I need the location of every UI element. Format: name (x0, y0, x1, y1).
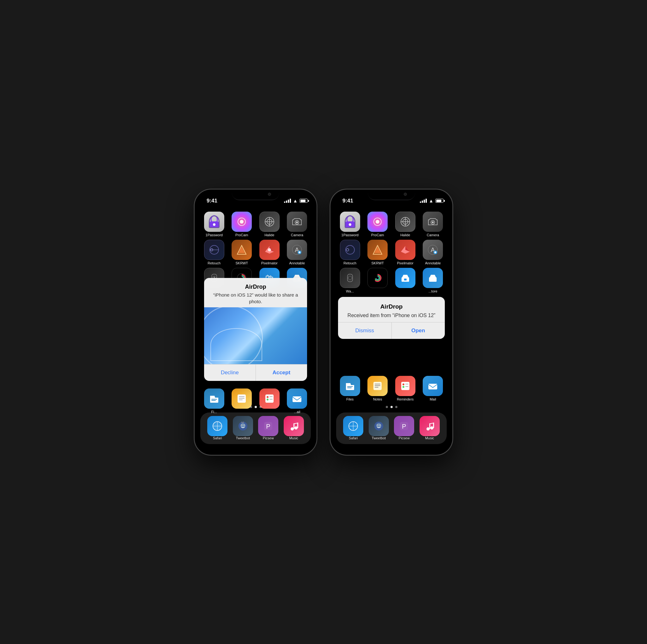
dock-picsew[interactable]: P Picsew (257, 416, 279, 440)
phone-1-screen: 9:41 ▲ (195, 189, 316, 455)
dock-label: Tweetbot (371, 436, 386, 440)
svg-rect-56 (242, 422, 243, 423)
app-files-2[interactable]: Files (338, 376, 363, 401)
svg-point-99 (403, 384, 405, 385)
dock-label: Tweetbot (236, 436, 250, 440)
app-procam-2[interactable]: ProCam (365, 212, 390, 237)
app-1password[interactable]: 1Password (202, 212, 227, 237)
airdrop-dialog-2: AirDrop Received item from “iPhone on iO… (338, 297, 445, 339)
dock-label: Music (425, 436, 434, 440)
svg-rect-58 (243, 422, 244, 423)
svg-point-85 (348, 276, 352, 280)
app-reminders-1[interactable] (257, 389, 282, 414)
decline-button[interactable]: Decline (204, 365, 256, 381)
app-pixelmator[interactable]: Pixelmator (257, 240, 282, 265)
app-reminders-2[interactable]: Reminders (393, 376, 418, 401)
svg-rect-43 (293, 396, 301, 402)
app-row-2-1: 1Password ProCam (336, 212, 447, 237)
svg-point-62 (294, 426, 298, 429)
app-files[interactable]: Fi... (202, 389, 227, 414)
notch-2 (368, 189, 415, 199)
svg-rect-93 (347, 388, 352, 388)
app-row-1: 1Password ProCam (200, 212, 311, 237)
svg-point-0 (211, 216, 217, 223)
dock-music[interactable]: Music (283, 416, 305, 440)
app-1password-2[interactable]: 1Password (338, 212, 363, 237)
svg-point-4 (240, 220, 243, 224)
svg-point-88 (376, 276, 379, 279)
app-annotable-2[interactable]: A Annotable (420, 240, 445, 265)
app-retouch[interactable]: Retouch (202, 240, 227, 265)
svg-rect-1 (210, 221, 219, 228)
dialog-received-title: AirDrop (344, 303, 438, 310)
airdrop-dialog-1: AirDrop “iPhone on iOS 12” would like to… (204, 278, 307, 381)
app-mail-2[interactable]: Mail (420, 376, 445, 401)
svg-rect-36 (239, 398, 244, 399)
svg-point-61 (291, 427, 294, 430)
dock-safari-2[interactable]: Safari (342, 416, 364, 440)
dock-label: Safari (349, 436, 358, 440)
app-label: Halide (400, 233, 410, 237)
app-retouch-2[interactable]: Retouch (338, 240, 363, 265)
app-label: SKRWT (235, 261, 248, 265)
app-label: 1Password (342, 233, 359, 237)
svg-rect-92 (347, 386, 353, 387)
app-watch-2[interactable]: Wa... (338, 268, 363, 294)
open-button[interactable]: Open (392, 322, 445, 339)
dialog-buttons-2: Dismiss Open (338, 322, 445, 339)
app-camera-2[interactable]: Camera (420, 212, 445, 237)
app-bottom-rows-2: Files Notes (331, 376, 452, 404)
dot (395, 406, 398, 408)
dock-picsew-2[interactable]: P Picsew (393, 416, 415, 440)
app-skrwt-2[interactable]: SKRWT (365, 240, 390, 265)
svg-point-77 (346, 249, 349, 251)
dock-tweetbot[interactable]: Tweetbot (232, 416, 254, 440)
app-mail-1[interactable]: ...ail (284, 389, 309, 414)
app-procam[interactable]: ProCam (229, 212, 254, 237)
notch-1 (232, 189, 279, 199)
dot-active (255, 406, 257, 408)
app-label: ProCam (371, 233, 384, 237)
dock-tweetbot-2[interactable]: Tweetbot (368, 416, 390, 440)
app-halide[interactable]: Halide (257, 212, 282, 237)
app-row-2-2: Retouch SKRWT (336, 240, 447, 265)
app-annotable[interactable]: A Annotable (284, 240, 309, 265)
app-label: Camera (427, 233, 439, 237)
svg-point-20 (298, 251, 300, 253)
dock-safari[interactable]: Safari (206, 416, 228, 440)
app-skrwt[interactable]: SKRWT (229, 240, 254, 265)
dock-label: Safari (213, 436, 222, 440)
app-camera[interactable]: Camera (284, 212, 309, 237)
app-label: Pixelmator (261, 261, 278, 265)
dismiss-button[interactable]: Dismiss (338, 322, 392, 339)
svg-point-76 (346, 245, 354, 254)
app-notes-1[interactable] (229, 389, 254, 414)
app-row-2-3: Wa... (336, 268, 447, 294)
wifi-icon-2: ▲ (429, 198, 433, 204)
app-label: Reminders (397, 397, 414, 401)
app-appstore-2[interactable] (393, 268, 418, 294)
battery-icon-1 (299, 199, 308, 203)
signal-icon-2 (420, 199, 427, 203)
svg-point-40 (267, 399, 269, 400)
app-store-2[interactable]: ...tore (420, 268, 445, 294)
accept-button[interactable]: Accept (256, 365, 307, 381)
svg-rect-32 (211, 399, 217, 400)
phone-2: 9:41 ▲ (330, 189, 453, 456)
app-activity-2[interactable] (365, 268, 390, 294)
svg-rect-91 (429, 277, 437, 282)
app-row-files: Fi... (200, 389, 311, 414)
page-dots-2 (331, 406, 452, 408)
signal-icon-1 (284, 199, 291, 203)
svg-point-10 (296, 221, 298, 223)
status-time-2: 9:41 (339, 198, 353, 204)
app-halide-2[interactable]: Halide (393, 212, 418, 237)
svg-point-54 (241, 425, 242, 425)
dialog-buttons-1: Decline Accept (204, 364, 307, 381)
app-pixelmator-2[interactable]: Pixelmator (393, 240, 418, 265)
svg-point-117 (427, 427, 430, 430)
page-dots-1 (195, 406, 316, 408)
app-notes-2[interactable]: Notes (365, 376, 390, 401)
dock-music-2[interactable]: Music (419, 416, 441, 440)
app-row-2-files: Files Notes (336, 376, 447, 401)
